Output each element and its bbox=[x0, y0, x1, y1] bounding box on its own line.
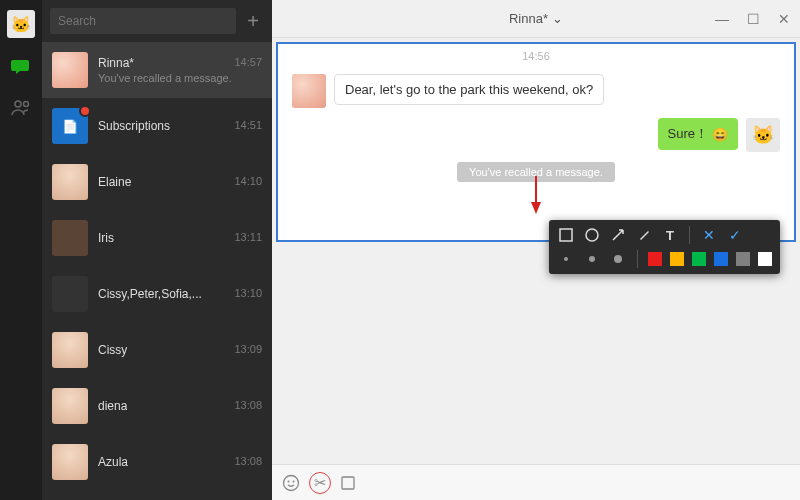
main-panel: Rinna* ⌄ — ☐ ✕ 14:56 Dear, let's go to t… bbox=[272, 0, 800, 500]
arrow-tool-icon[interactable] bbox=[609, 226, 627, 244]
chat-preview: You've recalled a message. bbox=[98, 72, 262, 84]
contacts-tab-icon[interactable] bbox=[10, 96, 32, 118]
chat-time: 14:10 bbox=[234, 175, 262, 189]
confirm-button[interactable]: ✓ bbox=[726, 226, 744, 244]
my-avatar[interactable]: 🐱 bbox=[746, 118, 780, 152]
titlebar: Rinna* ⌄ — ☐ ✕ bbox=[272, 0, 800, 38]
chat-name: Cissy bbox=[98, 343, 127, 357]
color-gray[interactable] bbox=[736, 252, 750, 266]
minimize-button[interactable]: — bbox=[711, 11, 733, 27]
chat-time: 13:10 bbox=[234, 287, 262, 301]
chat-time: 14:57 bbox=[234, 56, 262, 70]
chat-name: Subscriptions bbox=[98, 119, 170, 133]
chat-item-iris[interactable]: Iris13:11 bbox=[42, 210, 272, 266]
message-text: Sure！ bbox=[668, 125, 708, 143]
svg-point-5 bbox=[586, 229, 598, 241]
chat-list: Rinna*14:57 You've recalled a message. 📄… bbox=[42, 42, 272, 500]
unread-badge bbox=[79, 105, 91, 117]
text-tool-icon[interactable]: T bbox=[661, 226, 679, 244]
chat-item-rinna[interactable]: Rinna*14:57 You've recalled a message. bbox=[42, 42, 272, 98]
incoming-message: Dear, let's go to the park this weekend,… bbox=[278, 68, 794, 114]
screenshot-toolbar: T ✕ ✓ bbox=[549, 220, 780, 274]
svg-point-7 bbox=[288, 480, 290, 482]
chat-time: 13:11 bbox=[234, 231, 262, 245]
chat-item-elaine[interactable]: Elaine14:10 bbox=[42, 154, 272, 210]
avatar bbox=[52, 332, 88, 368]
chat-item-azula[interactable]: Azula13:08 bbox=[42, 434, 272, 490]
avatar bbox=[52, 164, 88, 200]
chat-time: 13:08 bbox=[234, 455, 262, 469]
close-button[interactable]: ✕ bbox=[774, 11, 794, 27]
chat-name: Cissy,Peter,Sofia,... bbox=[98, 287, 202, 301]
chat-item-diena[interactable]: diena13:08 bbox=[42, 378, 272, 434]
avatar bbox=[52, 220, 88, 256]
color-green[interactable] bbox=[692, 252, 706, 266]
brush-tool-icon[interactable] bbox=[635, 226, 653, 244]
chat-time: 14:51 bbox=[234, 119, 262, 133]
emoji-icon[interactable] bbox=[282, 474, 300, 492]
chat-name: Azula bbox=[98, 455, 128, 469]
new-chat-button[interactable]: + bbox=[242, 10, 264, 32]
avatar bbox=[52, 444, 88, 480]
avatar bbox=[52, 276, 88, 312]
color-white[interactable] bbox=[758, 252, 772, 266]
color-blue[interactable] bbox=[714, 252, 728, 266]
svg-rect-4 bbox=[560, 229, 572, 241]
chat-time: 13:08 bbox=[234, 399, 262, 413]
chat-title: Rinna* bbox=[509, 11, 548, 26]
input-toolbar: ✂ bbox=[272, 464, 800, 500]
current-user-avatar[interactable]: 🐱 bbox=[7, 10, 35, 38]
svg-point-0 bbox=[15, 101, 21, 107]
search-row: + bbox=[42, 0, 272, 42]
circle-tool-icon[interactable] bbox=[583, 226, 601, 244]
avatar bbox=[52, 52, 88, 88]
color-red[interactable] bbox=[648, 252, 662, 266]
grin-emoji-icon: 😄 bbox=[712, 127, 728, 142]
chat-item-group[interactable]: Cissy,Peter,Sofia,...13:10 bbox=[42, 266, 272, 322]
cancel-button[interactable]: ✕ bbox=[700, 226, 718, 244]
outgoing-message: Sure！ 😄 🐱 bbox=[278, 114, 794, 156]
sender-avatar[interactable] bbox=[292, 74, 326, 108]
chat-item-subscriptions[interactable]: 📄 Subscriptions14:51 bbox=[42, 98, 272, 154]
size-medium-icon[interactable] bbox=[583, 250, 601, 268]
sidebar: + Rinna*14:57 You've recalled a message.… bbox=[42, 0, 272, 500]
svg-point-8 bbox=[293, 480, 295, 482]
avatar bbox=[52, 388, 88, 424]
separator bbox=[637, 250, 638, 268]
size-large-icon[interactable] bbox=[609, 250, 627, 268]
chat-name: Iris bbox=[98, 231, 114, 245]
chat-item-cissy[interactable]: Cissy13:09 bbox=[42, 322, 272, 378]
svg-rect-9 bbox=[342, 477, 354, 489]
search-input[interactable] bbox=[50, 8, 236, 34]
screenshot-icon[interactable]: ✂ bbox=[309, 472, 331, 494]
chat-name: diena bbox=[98, 399, 127, 413]
annotation-arrow-icon bbox=[529, 174, 543, 214]
chat-time: 13:09 bbox=[234, 343, 262, 357]
file-icon[interactable] bbox=[340, 475, 356, 491]
size-small-icon[interactable] bbox=[557, 250, 575, 268]
svg-marker-3 bbox=[531, 202, 541, 214]
left-rail: 🐱 bbox=[0, 0, 42, 500]
svg-point-6 bbox=[284, 475, 299, 490]
chats-tab-icon[interactable] bbox=[10, 56, 32, 78]
separator bbox=[689, 226, 690, 244]
screenshot-selection: 14:56 Dear, let's go to the park this we… bbox=[276, 42, 796, 242]
avatar: 📄 bbox=[52, 108, 88, 144]
chat-name: Rinna* bbox=[98, 56, 134, 70]
chevron-down-icon[interactable]: ⌄ bbox=[552, 11, 563, 26]
maximize-button[interactable]: ☐ bbox=[743, 11, 764, 27]
message-timestamp: 14:56 bbox=[278, 44, 794, 68]
message-bubble: Sure！ 😄 bbox=[658, 118, 738, 150]
color-orange[interactable] bbox=[670, 252, 684, 266]
svg-point-1 bbox=[24, 102, 29, 107]
rect-tool-icon[interactable] bbox=[557, 226, 575, 244]
chat-name: Elaine bbox=[98, 175, 131, 189]
message-bubble: Dear, let's go to the park this weekend,… bbox=[334, 74, 604, 105]
